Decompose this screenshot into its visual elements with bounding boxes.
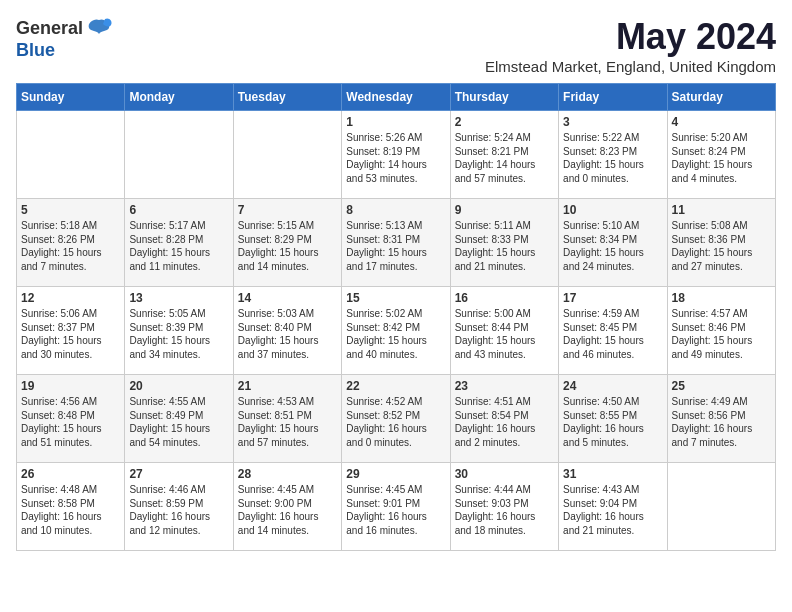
- day-number: 7: [238, 203, 337, 217]
- logo: General Blue: [16, 16, 113, 61]
- col-header-sunday: Sunday: [17, 84, 125, 111]
- day-number: 14: [238, 291, 337, 305]
- cell-content: Sunrise: 4:51 AMSunset: 8:54 PMDaylight:…: [455, 395, 554, 449]
- cell-content: Sunrise: 4:50 AMSunset: 8:55 PMDaylight:…: [563, 395, 662, 449]
- day-number: 11: [672, 203, 771, 217]
- calendar-cell: 11Sunrise: 5:08 AMSunset: 8:36 PMDayligh…: [667, 199, 775, 287]
- cell-content: Sunrise: 5:20 AMSunset: 8:24 PMDaylight:…: [672, 131, 771, 185]
- day-number: 28: [238, 467, 337, 481]
- cell-content: Sunrise: 4:46 AMSunset: 8:59 PMDaylight:…: [129, 483, 228, 537]
- month-title: May 2024: [485, 16, 776, 58]
- calendar-cell: 14Sunrise: 5:03 AMSunset: 8:40 PMDayligh…: [233, 287, 341, 375]
- day-number: 29: [346, 467, 445, 481]
- day-number: 12: [21, 291, 120, 305]
- calendar-cell: 15Sunrise: 5:02 AMSunset: 8:42 PMDayligh…: [342, 287, 450, 375]
- calendar-cell: [125, 111, 233, 199]
- calendar-cell: 23Sunrise: 4:51 AMSunset: 8:54 PMDayligh…: [450, 375, 558, 463]
- calendar-body: 1Sunrise: 5:26 AMSunset: 8:19 PMDaylight…: [17, 111, 776, 551]
- day-number: 1: [346, 115, 445, 129]
- day-number: 30: [455, 467, 554, 481]
- calendar-cell: 22Sunrise: 4:52 AMSunset: 8:52 PMDayligh…: [342, 375, 450, 463]
- calendar-cell: 20Sunrise: 4:55 AMSunset: 8:49 PMDayligh…: [125, 375, 233, 463]
- calendar-cell: 10Sunrise: 5:10 AMSunset: 8:34 PMDayligh…: [559, 199, 667, 287]
- cell-content: Sunrise: 5:06 AMSunset: 8:37 PMDaylight:…: [21, 307, 120, 361]
- calendar-cell: 31Sunrise: 4:43 AMSunset: 9:04 PMDayligh…: [559, 463, 667, 551]
- cell-content: Sunrise: 5:11 AMSunset: 8:33 PMDaylight:…: [455, 219, 554, 273]
- calendar-cell: 17Sunrise: 4:59 AMSunset: 8:45 PMDayligh…: [559, 287, 667, 375]
- cell-content: Sunrise: 5:26 AMSunset: 8:19 PMDaylight:…: [346, 131, 445, 185]
- cell-content: Sunrise: 5:22 AMSunset: 8:23 PMDaylight:…: [563, 131, 662, 185]
- cell-content: Sunrise: 5:17 AMSunset: 8:28 PMDaylight:…: [129, 219, 228, 273]
- day-number: 4: [672, 115, 771, 129]
- cell-content: Sunrise: 4:59 AMSunset: 8:45 PMDaylight:…: [563, 307, 662, 361]
- cell-content: Sunrise: 4:45 AMSunset: 9:01 PMDaylight:…: [346, 483, 445, 537]
- calendar-cell: 30Sunrise: 4:44 AMSunset: 9:03 PMDayligh…: [450, 463, 558, 551]
- logo-general-text: General: [16, 18, 83, 39]
- week-row-2: 5Sunrise: 5:18 AMSunset: 8:26 PMDaylight…: [17, 199, 776, 287]
- calendar-header-row: SundayMondayTuesdayWednesdayThursdayFrid…: [17, 84, 776, 111]
- day-number: 16: [455, 291, 554, 305]
- logo-bird-icon: [85, 16, 113, 40]
- cell-content: Sunrise: 5:13 AMSunset: 8:31 PMDaylight:…: [346, 219, 445, 273]
- calendar-cell: 6Sunrise: 5:17 AMSunset: 8:28 PMDaylight…: [125, 199, 233, 287]
- week-row-4: 19Sunrise: 4:56 AMSunset: 8:48 PMDayligh…: [17, 375, 776, 463]
- day-number: 6: [129, 203, 228, 217]
- cell-content: Sunrise: 5:03 AMSunset: 8:40 PMDaylight:…: [238, 307, 337, 361]
- cell-content: Sunrise: 5:02 AMSunset: 8:42 PMDaylight:…: [346, 307, 445, 361]
- logo-blue-text: Blue: [16, 40, 55, 61]
- day-number: 18: [672, 291, 771, 305]
- calendar-cell: 5Sunrise: 5:18 AMSunset: 8:26 PMDaylight…: [17, 199, 125, 287]
- day-number: 23: [455, 379, 554, 393]
- day-number: 20: [129, 379, 228, 393]
- col-header-wednesday: Wednesday: [342, 84, 450, 111]
- calendar-cell: 12Sunrise: 5:06 AMSunset: 8:37 PMDayligh…: [17, 287, 125, 375]
- calendar-cell: 3Sunrise: 5:22 AMSunset: 8:23 PMDaylight…: [559, 111, 667, 199]
- week-row-5: 26Sunrise: 4:48 AMSunset: 8:58 PMDayligh…: [17, 463, 776, 551]
- col-header-saturday: Saturday: [667, 84, 775, 111]
- calendar-cell: 26Sunrise: 4:48 AMSunset: 8:58 PMDayligh…: [17, 463, 125, 551]
- cell-content: Sunrise: 5:05 AMSunset: 8:39 PMDaylight:…: [129, 307, 228, 361]
- day-number: 10: [563, 203, 662, 217]
- day-number: 24: [563, 379, 662, 393]
- calendar-cell: [233, 111, 341, 199]
- calendar-cell: 8Sunrise: 5:13 AMSunset: 8:31 PMDaylight…: [342, 199, 450, 287]
- cell-content: Sunrise: 4:44 AMSunset: 9:03 PMDaylight:…: [455, 483, 554, 537]
- calendar-cell: 1Sunrise: 5:26 AMSunset: 8:19 PMDaylight…: [342, 111, 450, 199]
- calendar-cell: 24Sunrise: 4:50 AMSunset: 8:55 PMDayligh…: [559, 375, 667, 463]
- cell-content: Sunrise: 4:55 AMSunset: 8:49 PMDaylight:…: [129, 395, 228, 449]
- cell-content: Sunrise: 5:15 AMSunset: 8:29 PMDaylight:…: [238, 219, 337, 273]
- week-row-1: 1Sunrise: 5:26 AMSunset: 8:19 PMDaylight…: [17, 111, 776, 199]
- col-header-tuesday: Tuesday: [233, 84, 341, 111]
- cell-content: Sunrise: 4:45 AMSunset: 9:00 PMDaylight:…: [238, 483, 337, 537]
- calendar-cell: 18Sunrise: 4:57 AMSunset: 8:46 PMDayligh…: [667, 287, 775, 375]
- page-header: General Blue May 2024 Elmstead Market, E…: [16, 16, 776, 75]
- cell-content: Sunrise: 5:18 AMSunset: 8:26 PMDaylight:…: [21, 219, 120, 273]
- cell-content: Sunrise: 4:56 AMSunset: 8:48 PMDaylight:…: [21, 395, 120, 449]
- calendar-cell: 7Sunrise: 5:15 AMSunset: 8:29 PMDaylight…: [233, 199, 341, 287]
- day-number: 26: [21, 467, 120, 481]
- cell-content: Sunrise: 4:49 AMSunset: 8:56 PMDaylight:…: [672, 395, 771, 449]
- title-area: May 2024 Elmstead Market, England, Unite…: [485, 16, 776, 75]
- week-row-3: 12Sunrise: 5:06 AMSunset: 8:37 PMDayligh…: [17, 287, 776, 375]
- cell-content: Sunrise: 4:57 AMSunset: 8:46 PMDaylight:…: [672, 307, 771, 361]
- cell-content: Sunrise: 5:08 AMSunset: 8:36 PMDaylight:…: [672, 219, 771, 273]
- calendar-cell: 29Sunrise: 4:45 AMSunset: 9:01 PMDayligh…: [342, 463, 450, 551]
- calendar-cell: [667, 463, 775, 551]
- day-number: 15: [346, 291, 445, 305]
- cell-content: Sunrise: 4:48 AMSunset: 8:58 PMDaylight:…: [21, 483, 120, 537]
- calendar-cell: 2Sunrise: 5:24 AMSunset: 8:21 PMDaylight…: [450, 111, 558, 199]
- day-number: 31: [563, 467, 662, 481]
- day-number: 21: [238, 379, 337, 393]
- col-header-thursday: Thursday: [450, 84, 558, 111]
- day-number: 2: [455, 115, 554, 129]
- calendar-cell: [17, 111, 125, 199]
- day-number: 17: [563, 291, 662, 305]
- calendar-cell: 28Sunrise: 4:45 AMSunset: 9:00 PMDayligh…: [233, 463, 341, 551]
- day-number: 3: [563, 115, 662, 129]
- day-number: 5: [21, 203, 120, 217]
- calendar-cell: 4Sunrise: 5:20 AMSunset: 8:24 PMDaylight…: [667, 111, 775, 199]
- cell-content: Sunrise: 4:52 AMSunset: 8:52 PMDaylight:…: [346, 395, 445, 449]
- cell-content: Sunrise: 5:00 AMSunset: 8:44 PMDaylight:…: [455, 307, 554, 361]
- calendar-cell: 9Sunrise: 5:11 AMSunset: 8:33 PMDaylight…: [450, 199, 558, 287]
- day-number: 13: [129, 291, 228, 305]
